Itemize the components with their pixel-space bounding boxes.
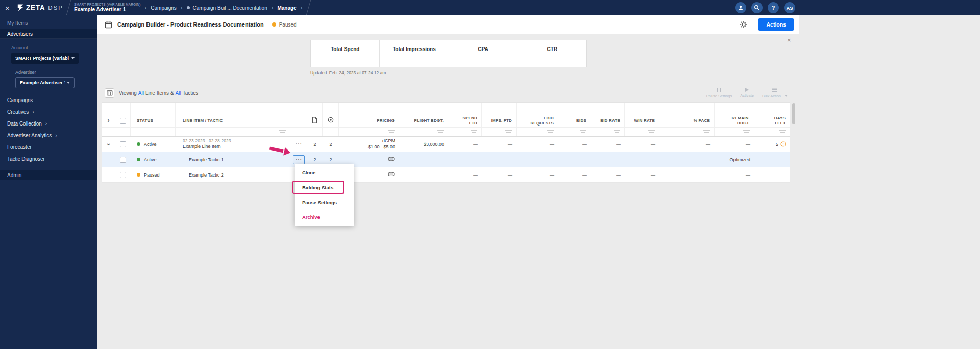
breadcrumb-campaign[interactable]: Campaign Buil ... Documentation [187,5,267,11]
zeta-dsp-logo[interactable]: ZETA DSP [16,4,63,12]
column-header-creatives[interactable] [307,114,323,127]
row-checkbox[interactable] [120,157,126,163]
sidebar-item-tactic-diagnoser[interactable]: Tactic Diagnoser [0,153,97,165]
select-all-checkbox[interactable] [120,118,126,124]
close-icon[interactable]: × [787,37,791,43]
sidebar-item-advertiser-analytics[interactable]: Advertiser Analytics› [0,130,97,141]
column-header-name[interactable]: LINE ITEM / TACTIC [176,114,290,127]
cell-expand [102,167,115,182]
avatar[interactable]: AS [784,2,795,13]
sidebar-section-admin[interactable]: Admin [0,170,97,180]
filter-icon[interactable] [471,130,477,134]
menu-item-archive[interactable]: Archive [295,210,354,225]
column-header-bids[interactable]: BIDS [558,114,591,127]
vertical-scrollbar[interactable] [792,103,795,124]
breadcrumb-manage[interactable]: Manage [277,5,296,11]
row-actions-button[interactable]: ··· [293,155,305,164]
close-icon[interactable]: × [5,4,10,12]
logo-product-text: DSP [48,5,63,11]
column-label: LINE ITEM / TACTIC [183,118,223,123]
menu-item-bidding-stats[interactable]: Bidding Stats [295,180,354,195]
filter-icon[interactable] [279,130,286,134]
filter-cell-bids [558,128,591,136]
pause-settings-button[interactable]: Pause Settings [704,87,734,99]
filter-cell-ebid [517,128,558,136]
bulk-action-button[interactable]: Bulk Action [760,87,790,99]
column-header-flight[interactable]: FLIGHT BDGT. [399,114,448,127]
chevron-right-icon: › [55,130,57,141]
filter-icon[interactable] [779,130,786,134]
breadcrumb-campaigns[interactable]: Campaigns [151,5,177,11]
column-header-days[interactable]: DAYS LEFT [754,114,790,127]
column-header-winrate[interactable]: WIN RATE [625,114,659,127]
column-header-bidrate[interactable]: BID RATE [591,114,625,127]
chevron-down-icon [71,57,75,59]
cell-winrate: — [625,137,659,152]
activate-button[interactable]: Activate [738,87,756,99]
breadcrumb-account[interactable]: SMART PROJECTS (VARIABLE MARGIN) Example… [74,3,141,13]
cell-text: — [746,172,750,178]
menu-item-clone[interactable]: Clone [295,165,354,180]
nav-label: Advertiser Analytics [7,130,52,141]
column-header-pace[interactable]: % PACE [659,114,715,127]
gear-icon[interactable] [740,20,748,29]
column-header-goals[interactable] [323,114,339,127]
cell-pricing: dCPM$1.00 - $5.00 [339,137,399,152]
metric-value: -- [551,56,554,61]
sidebar-item-data-collection[interactable]: Data Collection› [0,118,97,130]
calendar-view-icon[interactable] [105,88,114,98]
help-icon-button[interactable]: ? [768,2,779,13]
column-header-spend[interactable]: SPEND FTD [448,114,482,127]
advertiser-select[interactable]: Example Advertiser 1 [15,77,75,88]
table-row[interactable]: ›Active02-23-2023 - 02-28-2023Example Li… [102,137,790,152]
filter-icon[interactable] [703,130,710,134]
filter-cell-bidrate [591,128,625,136]
cell-bids: — [558,152,591,167]
filter-icon[interactable] [547,130,554,134]
sidebar-item-campaigns[interactable]: Campaigns [0,94,97,106]
filter-cell-pace [659,128,715,136]
chevron-right-icon [272,5,274,11]
menu-item-pause-settings[interactable]: Pause Settings [295,195,354,210]
header-group-days [754,103,790,114]
expand-all-chevron-icon[interactable]: › [107,117,109,124]
cell-remain: — [715,167,754,182]
column-header-remain[interactable]: REMAIN. BDGT. [715,114,754,127]
sidebar-item-creatives[interactable]: Creatives› [0,106,97,118]
column-header-status[interactable]: STATUS [131,114,176,127]
sidebar-item-my-items[interactable]: My Items [0,18,97,29]
table-row[interactable]: PausedExample Tactic 2···22——————— [102,167,790,183]
filter-icon[interactable] [437,130,444,134]
filter-icon[interactable] [743,130,750,134]
account-select[interactable]: SMART Projects (Variable M... [11,53,79,64]
sidebar-section-advertisers[interactable]: Advertisers [0,29,97,39]
all-line-items-link[interactable]: All [138,90,144,96]
sidebar-item-forecaster[interactable]: Forecaster [0,141,97,153]
collapse-chevron-icon[interactable]: › [105,143,112,145]
search-icon-button[interactable] [751,2,763,13]
table-row[interactable]: ActiveExample Tactic 1···22——————Optimiz… [102,152,790,167]
row-checkbox[interactable] [120,141,126,147]
chevron-right-icon [181,5,183,11]
all-tactics-link[interactable]: All [176,90,181,96]
filter-icon[interactable] [614,130,620,134]
cell-text: Example Tactic 1 [189,157,224,162]
bulk-button-label: Pause Settings [706,94,732,98]
filter-icon[interactable] [388,130,395,134]
column-header-imps[interactable]: IMPS. FTD [482,114,517,127]
column-header-ebid[interactable]: EBID REQUESTS [517,114,558,127]
column-header-pricing[interactable]: PRICING [339,114,399,127]
header-group-expand [102,103,115,114]
actions-button[interactable]: Actions [758,18,794,31]
row-actions-button[interactable]: ··· [293,140,305,149]
filter-icon[interactable] [648,130,655,134]
header-group-select [115,103,131,114]
cell-name: Example Tactic 2 [176,167,290,182]
row-checkbox[interactable] [120,172,126,178]
profile-icon-button[interactable] [735,2,746,13]
cell-pace [659,167,715,182]
filter-icon[interactable] [505,130,512,134]
header-group-bids [558,103,591,114]
filter-icon[interactable] [580,130,586,134]
cell-status: Active [131,137,176,152]
